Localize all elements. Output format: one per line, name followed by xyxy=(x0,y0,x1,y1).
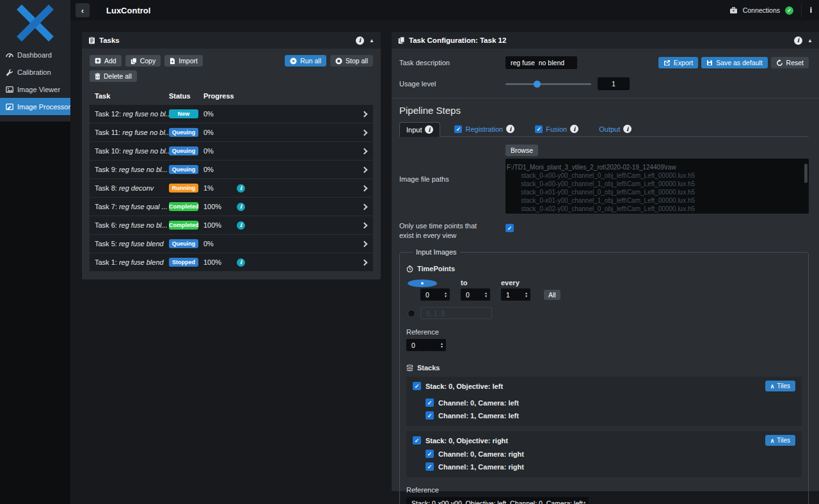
tab-registration[interactable]: Registration xyxy=(448,122,521,136)
add-button-label: Add xyxy=(104,57,116,65)
config-collapse-icon[interactable]: ▲ xyxy=(807,38,813,43)
chevron-right-icon[interactable] xyxy=(362,185,368,191)
tab-label: Fusion xyxy=(546,125,567,133)
timepoints-title: TimePoints xyxy=(417,265,455,272)
stacks-reference-value: Stack: 0-x00-y00, Objective: left, Chann… xyxy=(411,500,583,504)
task-row[interactable]: Task 5: reg fuse blend Queuing 0% xyxy=(90,235,373,253)
all-button[interactable]: All xyxy=(544,290,561,300)
tab-fusion-info-icon[interactable] xyxy=(570,125,578,133)
chevron-right-icon[interactable] xyxy=(362,111,368,117)
channel-checkbox[interactable] xyxy=(425,462,434,471)
sidebar-item-image-processor[interactable]: Image Processor xyxy=(0,98,70,115)
add-button[interactable]: Add xyxy=(90,55,122,67)
import-button[interactable]: Import xyxy=(164,55,203,67)
sidebar-item-label: Image Viewer xyxy=(17,86,60,93)
task-row[interactable]: Task 6: reg fuse no bl... Completed 100% xyxy=(90,216,373,234)
task-info-icon[interactable] xyxy=(237,203,245,211)
tab-input-info-icon[interactable] xyxy=(425,125,433,134)
channel-checkbox[interactable] xyxy=(425,398,434,407)
chevron-right-icon[interactable] xyxy=(362,166,368,173)
tab-label: Output xyxy=(599,125,620,133)
chevron-right-icon[interactable] xyxy=(362,148,368,154)
config-panel-header: Task Configuration: Task 12 ▲ xyxy=(392,32,819,49)
tasks-collapse-icon[interactable]: ▲ xyxy=(369,38,374,43)
timepoints-range-radio[interactable] xyxy=(408,280,437,287)
sidebar-item-image-viewer[interactable]: Image Viewer xyxy=(0,81,70,98)
tab-fusion[interactable]: Fusion xyxy=(529,122,585,136)
channel-label: Channel: 0, Camera: right xyxy=(438,450,524,458)
channel-checkbox[interactable] xyxy=(425,450,434,458)
task-info-icon[interactable] xyxy=(237,221,245,230)
usage-level-input[interactable]: 1 xyxy=(598,77,630,90)
every-input[interactable]: 1▴▾ xyxy=(501,288,530,301)
task-row[interactable]: Task 9: reg fuse no bl... Queuing 0% xyxy=(90,161,373,178)
task-row[interactable]: Task 8: reg deconv Running 1% xyxy=(90,179,373,197)
tab-registration-info-icon[interactable] xyxy=(506,125,514,133)
chevron-right-icon[interactable] xyxy=(362,259,368,265)
stack-group-right: Stack: 0, Objective: right ∧Tiles Channe… xyxy=(406,431,802,477)
layers-icon xyxy=(406,365,413,372)
tab-output-info-icon[interactable] xyxy=(623,125,632,133)
status-badge: Queuing xyxy=(169,239,198,248)
channel-checkbox[interactable] xyxy=(425,411,434,420)
chevron-right-icon[interactable] xyxy=(362,129,368,136)
browse-button[interactable]: Browse xyxy=(505,145,538,156)
task-id: Task 9: xyxy=(95,166,119,173)
spinner-icon[interactable]: ▴▾ xyxy=(485,292,487,297)
stack-right-checkbox[interactable] xyxy=(413,436,421,445)
spinner-icon[interactable]: ▴▾ xyxy=(445,292,447,297)
config-panel-title: Task Configuration: Task 12 xyxy=(409,36,506,44)
tab-input[interactable]: Input xyxy=(399,122,440,137)
reset-button[interactable]: Reset xyxy=(771,57,809,68)
stack-left-checkbox[interactable] xyxy=(413,382,421,390)
copy-button[interactable]: Copy xyxy=(125,55,161,67)
pages-icon xyxy=(398,36,405,44)
spinner-icon[interactable]: ▴▾ xyxy=(525,292,527,297)
only-use-timepoints-label: Only use time points that exist in every… xyxy=(399,221,502,240)
task-id: Task 5: xyxy=(95,240,119,248)
sidebar-item-calibration[interactable]: Calibration xyxy=(0,63,70,81)
tiles-button-right[interactable]: ∧Tiles xyxy=(765,435,795,446)
image-file-paths-list[interactable]: F:/TD1_Moni_plant_3_vtiles_2_rot\2020-02… xyxy=(505,159,809,214)
task-row[interactable]: Task 7: reg fuse qual ... Completed 100% xyxy=(90,198,373,216)
tab-output[interactable]: Output xyxy=(592,122,638,136)
usage-level-slider[interactable] xyxy=(505,83,591,85)
delete-all-button[interactable]: Delete all xyxy=(90,70,137,82)
sidebar-item-dashboard[interactable]: Dashboard xyxy=(0,46,70,63)
task-row[interactable]: Task 12: reg fuse no bl... New 0% xyxy=(90,105,373,123)
task-row[interactable]: Task 10: reg fuse no bl... Queuing 0% xyxy=(90,142,373,160)
info-button[interactable]: i xyxy=(801,3,815,17)
tasks-info-icon[interactable] xyxy=(356,36,364,45)
export-button[interactable]: Export xyxy=(658,57,698,68)
save-as-default-button[interactable]: Save as default xyxy=(701,57,767,68)
connections-label[interactable]: Connections xyxy=(743,6,780,14)
fusion-checkbox[interactable] xyxy=(535,125,543,133)
spinner-icon[interactable]: ▴▾ xyxy=(441,342,443,348)
chevron-right-icon[interactable] xyxy=(362,203,368,210)
task-info-icon[interactable] xyxy=(237,258,245,267)
task-description-input[interactable] xyxy=(505,56,577,69)
only-use-timepoints-checkbox[interactable] xyxy=(505,224,514,232)
task-info-icon[interactable] xyxy=(237,184,245,193)
slider-handle[interactable] xyxy=(534,81,541,88)
channel-label: Channel: 0, Camera: left xyxy=(438,399,519,407)
timepoints-custom-radio[interactable] xyxy=(408,310,415,317)
chevron-right-icon[interactable] xyxy=(362,222,368,228)
scrollbar-thumb[interactable] xyxy=(804,164,807,183)
from-input[interactable]: 0▴▾ xyxy=(420,288,450,301)
run-all-button[interactable]: Run all xyxy=(285,55,326,67)
timepoints-reference-select[interactable]: 0▴▾ xyxy=(406,339,446,351)
to-input[interactable]: 0▴▾ xyxy=(461,288,490,301)
spinner-icon[interactable]: ▴▾ xyxy=(584,501,585,504)
tiles-button-left[interactable]: ∧Tiles xyxy=(765,381,795,391)
export-label: Export xyxy=(674,59,693,67)
stop-all-button[interactable]: Stop all xyxy=(330,55,373,67)
task-row[interactable]: Task 1: reg fuse blend Stopped 100% xyxy=(90,253,373,271)
config-info-icon[interactable] xyxy=(794,36,802,45)
stacks-reference-select[interactable]: Stack: 0-x00-y00, Objective: left, Chann… xyxy=(406,497,589,504)
chevron-right-icon[interactable] xyxy=(362,240,368,247)
registration-checkbox[interactable] xyxy=(454,125,462,133)
back-button[interactable]: ‹ xyxy=(76,3,90,17)
timepoints-custom-input[interactable] xyxy=(420,307,492,319)
task-row[interactable]: Task 11: reg fuse no bl... Queuing 0% xyxy=(90,123,373,141)
